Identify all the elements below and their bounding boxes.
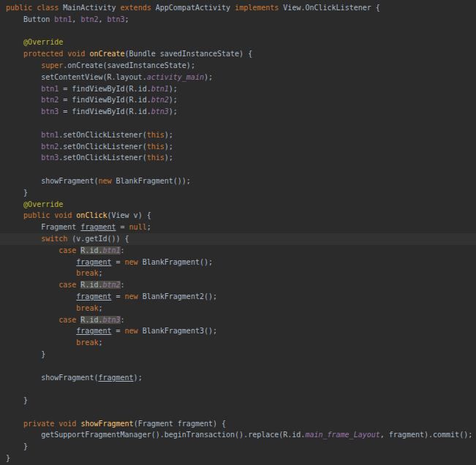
code-line[interactable]: btn3.setOnClickListener(this); xyxy=(6,152,476,164)
code-token: , xyxy=(72,15,80,23)
code-line[interactable]: case R.id.btn2: xyxy=(6,279,476,291)
code-token: ); xyxy=(169,107,178,116)
code-line[interactable]: btn2 = findViewById(R.id.btn2); xyxy=(6,94,476,106)
code-token xyxy=(6,316,58,324)
code-token: onCreate xyxy=(89,50,124,58)
code-line[interactable] xyxy=(6,164,476,175)
code-line[interactable]: break; xyxy=(6,303,476,314)
code-token: case xyxy=(58,281,80,289)
code-line[interactable] xyxy=(6,360,476,372)
code-token: btn3 xyxy=(107,15,125,23)
code-token: ); xyxy=(165,143,173,151)
code-token: new xyxy=(125,258,143,266)
code-line[interactable]: } xyxy=(6,395,476,407)
code-token: BlankFragment(); xyxy=(143,258,213,266)
code-token: = xyxy=(116,223,129,231)
code-line[interactable]: public class MainActivity extends AppCom… xyxy=(6,2,476,14)
code-line[interactable]: Button btn1, btn2, btn3; xyxy=(6,14,476,26)
code-line[interactable]: @Override xyxy=(6,199,476,211)
code-token xyxy=(6,304,76,312)
code-line[interactable]: private void showFragment(Fragment fragm… xyxy=(6,418,476,430)
code-token: switch xyxy=(41,235,67,243)
code-token: ); xyxy=(204,73,213,81)
code-line[interactable]: break; xyxy=(6,337,476,349)
code-token: super xyxy=(41,61,63,69)
code-token xyxy=(6,85,41,93)
code-token: : xyxy=(121,316,125,324)
code-token: this xyxy=(147,143,165,151)
code-token: = xyxy=(112,327,125,335)
code-token: showFragment( xyxy=(6,374,98,382)
code-line[interactable] xyxy=(6,26,476,37)
code-area[interactable]: public class MainActivity extends AppCom… xyxy=(6,2,476,464)
code-token: onClick xyxy=(76,211,107,219)
code-line[interactable]: fragment = new BlankFragment3(); xyxy=(6,325,476,337)
code-token: , fragment).commit(); xyxy=(380,431,472,439)
code-token: new xyxy=(98,177,116,185)
code-token: R.id. xyxy=(80,246,102,254)
code-line[interactable]: fragment = new BlankFragment(); xyxy=(6,257,476,268)
code-token: fragment xyxy=(98,374,133,382)
code-token: btn1 xyxy=(41,85,58,93)
code-token: protected void xyxy=(23,50,89,58)
code-token: ); xyxy=(165,131,173,139)
code-token xyxy=(6,107,41,116)
code-line[interactable]: btn2.setOnClickListener(this); xyxy=(6,141,476,153)
code-token: btn1 xyxy=(41,131,58,139)
code-token: ; xyxy=(98,339,102,347)
code-token: case xyxy=(58,316,80,324)
code-line[interactable]: showFragment(fragment); xyxy=(6,372,476,384)
code-token: .setOnClickListener( xyxy=(58,143,146,151)
code-token: .onCreate(savedInstanceState); xyxy=(63,61,195,69)
code-token: null xyxy=(129,223,147,231)
code-line[interactable]: showFragment(new BlankFragment()); xyxy=(6,175,476,187)
code-token: btn2 xyxy=(41,143,58,151)
code-token: btn1 xyxy=(151,85,169,93)
code-token: break xyxy=(76,339,98,347)
code-token: ; xyxy=(98,269,102,277)
code-line[interactable]: } xyxy=(6,349,476,360)
code-line[interactable]: setContentView(R.layout.activity_main); xyxy=(6,72,476,83)
code-line[interactable]: public void onClick(View v) { xyxy=(6,210,476,222)
code-token: .setOnClickListener( xyxy=(58,154,146,162)
code-line[interactable] xyxy=(6,383,476,395)
code-line[interactable] xyxy=(6,407,476,418)
code-token xyxy=(6,269,76,277)
code-line[interactable]: getSupportFragmentManager().beginTransac… xyxy=(6,429,476,441)
code-token xyxy=(6,235,41,243)
code-token: public void xyxy=(23,211,76,219)
code-line[interactable]: fragment = new BlankFragment2(); xyxy=(6,291,476,303)
code-line[interactable]: super.onCreate(savedInstanceState); xyxy=(6,60,476,72)
code-line[interactable]: @Override xyxy=(6,37,476,48)
code-token: getSupportFragmentManager().beginTransac… xyxy=(6,431,305,439)
code-line[interactable]: } xyxy=(6,441,476,453)
code-line[interactable]: break; xyxy=(6,268,476,279)
code-token: btn1 xyxy=(54,15,72,23)
code-token: BlankFragment3(); xyxy=(143,327,217,335)
code-token xyxy=(6,281,58,289)
code-editor[interactable]: public class MainActivity extends AppCom… xyxy=(0,0,476,465)
code-line[interactable]: btn1.setOnClickListener(this); xyxy=(6,129,476,141)
code-line[interactable]: case R.id.btn1: xyxy=(6,245,476,257)
code-token: showFragment( xyxy=(6,177,98,185)
code-line[interactable]: case R.id.btn3: xyxy=(6,314,476,326)
code-token: case xyxy=(58,246,80,254)
code-line-current[interactable]: switch (v.getId()) { xyxy=(0,233,476,245)
code-token: break xyxy=(76,304,98,312)
code-line[interactable]: protected void onCreate(Bundle savedInst… xyxy=(6,48,476,60)
code-token xyxy=(6,339,76,347)
code-token: implements xyxy=(235,4,283,12)
code-token: main_frame_Layout xyxy=(305,431,379,439)
code-line[interactable]: Fragment fragment = null; xyxy=(6,222,476,233)
code-token: this xyxy=(147,131,165,139)
code-line[interactable]: } xyxy=(6,453,476,464)
code-line[interactable] xyxy=(6,118,476,129)
code-line[interactable]: } xyxy=(6,187,476,199)
code-token: : xyxy=(121,281,125,289)
code-token: @Override xyxy=(23,38,63,46)
code-line[interactable]: btn3 = findViewById(R.id.btn3); xyxy=(6,106,476,118)
code-token xyxy=(6,292,76,300)
code-token xyxy=(6,258,76,266)
code-token: (Fragment fragment) { xyxy=(134,420,226,428)
code-line[interactable]: btn1 = findViewById(R.id.btn1); xyxy=(6,83,476,95)
